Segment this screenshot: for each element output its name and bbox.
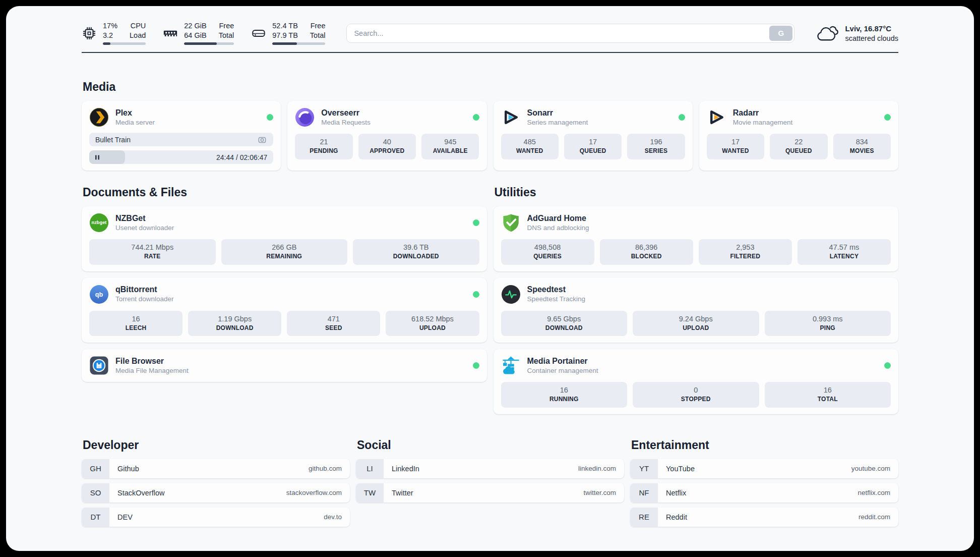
disk-free-label: Free: [311, 21, 326, 31]
bookmark-github[interactable]: GH Github github.com: [82, 459, 350, 478]
memory-icon: [163, 26, 178, 41]
radarr-subtitle: Movie management: [733, 119, 793, 127]
nzbget-card[interactable]: nzbget NZBGet Usenet downloader 744.21 M…: [82, 206, 487, 271]
overseerr-icon: [295, 107, 315, 127]
radarr-icon: [707, 107, 726, 127]
social-column: Social LI LinkedIn linkedin.com TW Twitt…: [356, 438, 624, 508]
memory-free-value: 22 GiB: [184, 21, 206, 31]
bookmark-twitter[interactable]: TW Twitter twitter.com: [356, 483, 624, 503]
stat-queued: 22 QUEUED: [770, 134, 827, 159]
weather-location-temp: Lviv, 16.87°C: [845, 23, 898, 34]
stat-filtered: 2,953 FILTERED: [699, 239, 792, 264]
plex-title: Plex: [115, 108, 155, 119]
bookmark-youtube[interactable]: YT YouTube youtube.com: [630, 459, 898, 478]
nzbget-icon: nzbget: [89, 213, 109, 233]
adguard-icon: [501, 213, 521, 233]
memory-free-label: Free: [219, 21, 234, 31]
weather-condition: scattered clouds: [845, 34, 898, 43]
radarr-card[interactable]: Radarr Movie management 17 WANTED 22 QUE…: [699, 101, 898, 171]
media-section: Media Plex Media server: [82, 80, 898, 171]
memory-total-label: Total: [219, 31, 234, 40]
adguard-subtitle: DNS and adblocking: [527, 224, 589, 233]
stat-series: 196 SERIES: [627, 134, 685, 159]
radarr-status-dot: [884, 114, 891, 121]
speedtest-card[interactable]: Speedtest Speedtest Tracking 9.65 Gbps D…: [494, 278, 899, 343]
sonarr-title: Sonarr: [527, 108, 588, 119]
overseerr-subtitle: Media Requests: [321, 119, 371, 127]
disk-progress-bar: [272, 42, 325, 45]
developer-column: Developer GH Github github.com SO StackO…: [82, 438, 350, 532]
disk-icon: [251, 26, 266, 41]
stat-latency: 47.57 ms LATENCY: [798, 239, 891, 264]
cpu-load-label: Load: [130, 31, 146, 40]
stat-movies: 834 MOVIES: [833, 134, 891, 159]
stat-downloaded: 39.6 TB DOWNLOADED: [353, 239, 479, 264]
plex-icon: [89, 107, 109, 127]
memory-progress-bar: [184, 42, 234, 45]
qbittorrent-title: qBittorrent: [115, 285, 174, 295]
cloud-icon: [816, 23, 839, 43]
stat-wanted: 485 WANTED: [501, 134, 559, 159]
cpu-usage-value: 17%: [103, 21, 117, 31]
youtube-abbr-icon: YT: [630, 459, 658, 478]
plex-playback-progress: 24:44 / 02:06:47: [89, 150, 273, 164]
stat-upload: 618.52 Mbps UPLOAD: [386, 311, 479, 336]
dashboard-page: 17% 3.2 CPU Load: [6, 6, 974, 551]
bookmark-dev[interactable]: DT DEV dev.to: [82, 508, 350, 527]
stat-queries: 498,508 QUERIES: [501, 239, 594, 264]
developer-heading: Developer: [83, 438, 350, 452]
dev-abbr-icon: DT: [82, 508, 109, 527]
stackoverflow-abbr-icon: SO: [82, 483, 109, 503]
filebrowser-card[interactable]: File Browser Media File Management: [82, 349, 487, 382]
github-abbr-icon: GH: [82, 459, 109, 478]
stat-wanted: 17 WANTED: [707, 134, 764, 159]
bookmark-linkedin[interactable]: LI LinkedIn linkedin.com: [356, 459, 624, 478]
entertainment-heading: Entertainment: [631, 438, 898, 452]
plex-status-dot: [267, 114, 273, 121]
stat-seed: 471 SEED: [287, 311, 380, 336]
search-provider-button[interactable]: G: [769, 26, 792, 41]
entertainment-column: Entertainment YT YouTube youtube.com NF …: [630, 438, 898, 532]
stat-available: 945 AVAILABLE: [421, 134, 479, 159]
portainer-card[interactable]: Media Portainer Container management 16 …: [494, 349, 899, 414]
adguard-title: AdGuard Home: [527, 213, 589, 224]
adguard-card[interactable]: AdGuard Home DNS and adblocking 498,508 …: [494, 206, 899, 271]
memory-total-value: 64 GiB: [184, 31, 206, 40]
portainer-subtitle: Container management: [527, 367, 598, 375]
overseerr-card[interactable]: Overseerr Media Requests 21 PENDING 40 A…: [287, 101, 486, 171]
top-bar: 17% 3.2 CPU Load: [82, 21, 898, 45]
plex-card[interactable]: Plex Media server Bullet Train: [82, 101, 281, 171]
qbittorrent-card[interactable]: qb qBittorrent Torrent downloader 16 LEE…: [82, 278, 487, 343]
portainer-icon: [501, 356, 521, 375]
bookmark-netflix[interactable]: NF Netflix netflix.com: [630, 483, 898, 503]
stat-blocked: 86,396 BLOCKED: [600, 239, 693, 264]
stat-download: 9.65 Gbps DOWNLOAD: [501, 311, 628, 336]
search-input[interactable]: [346, 24, 794, 43]
stat-stopped: 0 STOPPED: [633, 382, 759, 407]
netflix-abbr-icon: NF: [630, 483, 658, 503]
bookmark-reddit[interactable]: RE Reddit reddit.com: [630, 508, 898, 527]
portainer-status-dot: [884, 362, 891, 369]
svg-text:nzbget: nzbget: [92, 220, 107, 226]
nzbget-title: NZBGet: [115, 213, 174, 224]
video-camera-icon: [257, 135, 267, 145]
cpu-usage-label: CPU: [131, 21, 146, 31]
sonarr-card[interactable]: Sonarr Series management 485 WANTED 17 Q…: [494, 101, 693, 171]
stat-download: 1.19 Gbps DOWNLOAD: [188, 311, 281, 336]
twitter-abbr-icon: TW: [356, 483, 384, 503]
sonarr-subtitle: Series management: [527, 119, 588, 127]
media-heading: Media: [83, 80, 898, 94]
plex-now-playing-title: Bullet Train: [95, 136, 131, 144]
qbittorrent-subtitle: Torrent downloader: [115, 295, 174, 304]
search-bar: G: [346, 24, 794, 43]
qbittorrent-status-dot: [473, 291, 479, 298]
disk-widget: 52.4 TB 97.9 TB Free Total: [251, 21, 325, 45]
nzbget-subtitle: Usenet downloader: [115, 224, 174, 233]
filebrowser-status-dot: [473, 362, 479, 369]
social-heading: Social: [357, 438, 624, 452]
documents-column: Documents & Files nzbget NZBGet U: [82, 186, 487, 382]
memory-widget: 22 GiB 64 GiB Free Total: [163, 21, 234, 45]
plex-playback-time: 24:44 / 02:06:47: [216, 153, 273, 161]
bookmark-stackoverflow[interactable]: SO StackOverflow stackoverflow.com: [82, 483, 350, 503]
overseerr-title: Overseerr: [321, 108, 371, 119]
